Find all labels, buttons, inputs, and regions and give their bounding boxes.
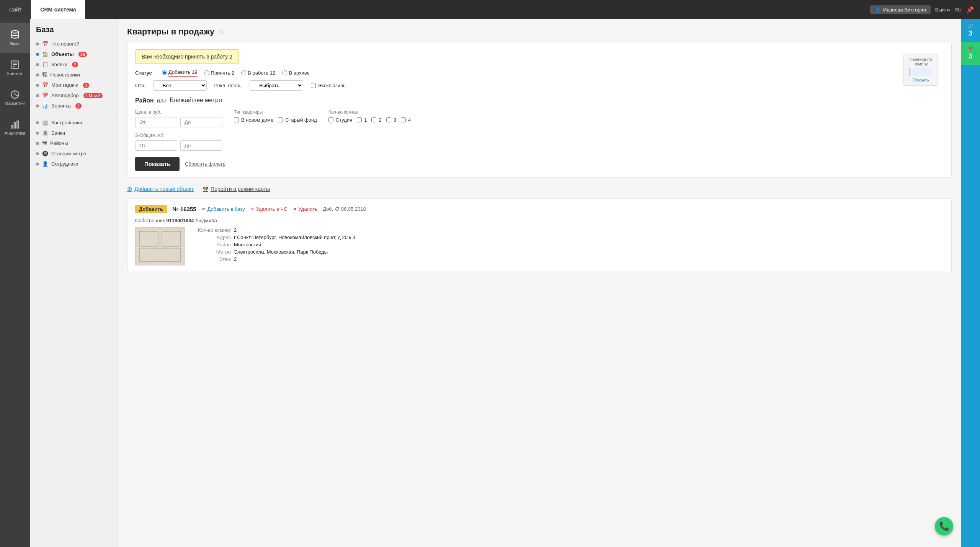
add-new-object-link[interactable]: ⊕ Добавить новый объект [127, 185, 194, 192]
nav-item-sotrudniki[interactable]: 👤 Сотрудники [30, 159, 118, 169]
tab-crm[interactable]: CRM-система [31, 0, 85, 19]
district-tab[interactable]: Район [135, 97, 154, 104]
room-1-check[interactable] [357, 117, 362, 122]
logout-button[interactable]: Выйти [935, 7, 950, 13]
phone-fab-button[interactable]: 📞 [935, 517, 953, 536]
nav-dot [36, 142, 39, 145]
nav-item-avtopodpor[interactable]: 📅 Автоподбор 4 Мои 3 [30, 90, 118, 101]
room-count-checkboxes: Студия 1 2 3 [328, 117, 411, 123]
detail-row-etazh: Этаж 2 [193, 256, 355, 262]
pin-icon[interactable]: 📌 [966, 6, 974, 13]
show-button[interactable]: Показать [135, 157, 180, 171]
sidebar-item-marketing[interactable]: Маркетинг [0, 83, 30, 112]
delete-from-bl-link[interactable]: ✕ Удалить в ЧС [250, 206, 287, 212]
tab-site[interactable]: Сайт [0, 0, 31, 19]
nav-dot [36, 104, 39, 107]
svg-rect-6 [11, 125, 13, 128]
nav-item-obekty[interactable]: 🏠 Объекты 36 [30, 49, 118, 59]
nav-widget-input[interactable] [909, 68, 932, 76]
page-title-row: Квартиры в продажу ☆ [127, 27, 952, 37]
listing-number: № 16355 [172, 206, 196, 212]
status-radio-group: Добавить 19 Принять 2 В работе 12 В архи… [162, 69, 310, 77]
detail-value-address: г Санкт-Петербург, Новоизмайловский пр-к… [234, 234, 355, 240]
right-panel-count1: 3 [969, 29, 972, 37]
price-from-input[interactable] [135, 117, 177, 127]
user-badge: 👤 Иванова Виктория [870, 5, 931, 14]
status-radio-input-prinyat[interactable] [204, 70, 209, 75]
exclusive-label: Эксклюзивы [318, 83, 346, 88]
room-1[interactable]: 1 [357, 117, 367, 123]
nav-icon-voronka: 📊 [42, 103, 48, 109]
rekl-select[interactable]: -- Выбрать [250, 80, 303, 91]
room-studiya-check[interactable] [328, 117, 333, 122]
apt-type-noviy-check[interactable] [234, 117, 239, 122]
map-mode-link[interactable]: 🗺 Перейти в режим карты [203, 186, 270, 192]
room-3-check[interactable] [386, 117, 391, 122]
x-icon: ✕ [250, 206, 255, 212]
nav-widget-open-link[interactable]: Открыть [912, 78, 929, 82]
nav-icon-obekty: 🏠 [42, 51, 48, 57]
room-4-check[interactable] [401, 117, 406, 122]
status-radio-input-dobavit[interactable] [162, 70, 167, 75]
apt-type-label: Тип квартиры [234, 109, 317, 115]
exclusive-checkbox[interactable] [311, 83, 316, 88]
right-panel-btn1[interactable]: 🔗 3 [961, 19, 980, 42]
nav-icon-zayavki: 📋 [42, 62, 48, 67]
area-to-input[interactable] [180, 140, 222, 151]
nav-item-novostroyki[interactable]: 🏗 Новостройки [30, 70, 118, 80]
nav-item-stancii[interactable]: 🚇 Станции метро [30, 148, 118, 159]
favorite-icon[interactable]: ☆ [218, 28, 224, 36]
price-to-input[interactable] [180, 117, 222, 127]
owner-phone: 9119001634 [166, 218, 194, 223]
add-to-base-link[interactable]: ✏ Добавить в базу [202, 206, 245, 212]
room-2[interactable]: 2 [371, 117, 381, 123]
otvet-select[interactable]: -- Все [153, 80, 207, 91]
sidebar-item-kontent[interactable]: Контент [0, 53, 30, 83]
nav-icon-sotrudniki: 👤 [42, 161, 48, 167]
metro-tab[interactable]: Ближайшее метро [170, 97, 222, 104]
room-studiya[interactable]: Студия [328, 117, 352, 123]
sidebar-item-baza[interactable]: База [0, 23, 30, 53]
area-from-input[interactable] [135, 140, 177, 151]
nav-badge-voronka: 3 [75, 103, 82, 109]
detail-row-rooms: Кол-во комнат 2 [193, 227, 355, 233]
right-panel-btn2[interactable]: 🚩 3 [961, 42, 980, 65]
reset-filter-link[interactable]: Сбросить фильтр [185, 161, 225, 167]
nav-icon-stancii: 🚇 [42, 151, 48, 156]
status-radio-input-vrabote[interactable] [241, 70, 246, 75]
price-inputs [135, 117, 222, 127]
listing-body: Кол-во комнат 2 Адрес г Санкт-Петербург,… [135, 227, 944, 265]
lang-selector[interactable]: RU [954, 7, 962, 13]
nav-item-zastroyshiki[interactable]: 🏢 Застройщики [30, 117, 118, 128]
nav-item-chtonovogo[interactable]: 📅 Что нового? [30, 39, 118, 49]
apt-type-noviy[interactable]: В новом доме [234, 117, 273, 123]
listing-badge: Добавить [135, 205, 167, 213]
status-radio-dobavit[interactable]: Добавить 19 [162, 69, 198, 77]
status-radio-prinyat[interactable]: Принять 2 [204, 70, 235, 76]
nav-item-zayavki[interactable]: 📋 Заявки 2 [30, 59, 118, 70]
sidebar-item-analitika[interactable]: Аналитика [0, 112, 30, 142]
apt-type-noviy-label: В новом доме [241, 117, 273, 123]
status-radio-vrabote[interactable]: В работе 12 [241, 70, 275, 76]
plus-icon: ⊕ [127, 185, 132, 192]
exclusive-checkbox-label[interactable]: Эксклюзивы [311, 83, 346, 88]
room-2-check[interactable] [371, 117, 376, 122]
nav-item-banki[interactable]: 🏦 Банки [30, 128, 118, 138]
nav-item-voronka[interactable]: 📊 Воронка 3 [30, 101, 118, 111]
apt-type-staryy-check[interactable] [278, 117, 283, 122]
status-radio-label-prinyat: Принять 2 [211, 70, 235, 76]
nav-item-moizadachi[interactable]: 📅 Мои задачи 3 [30, 80, 118, 90]
status-radio-input-varhive[interactable] [282, 70, 287, 75]
status-radio-varhive[interactable]: В архиве [282, 70, 309, 76]
room-4[interactable]: 4 [401, 117, 411, 123]
nav-item-rayony[interactable]: 🗺 Районы [30, 138, 118, 148]
nav-icon-novostroyki: 🏗 [42, 72, 47, 78]
filter-fields: Цена, в руб. Тип квартиры В новом доме [135, 109, 944, 127]
apt-type-staryy[interactable]: Старый фонд [278, 117, 317, 123]
delete-from-bl-label: Удалить в ЧС [256, 206, 287, 212]
nav-label-chtonovogo: Что нового? [51, 41, 79, 47]
delete-link[interactable]: ✕ Удалить [293, 206, 318, 212]
room-3[interactable]: 3 [386, 117, 396, 123]
nav-label-moizadachi: Мои задачи [51, 82, 78, 88]
detail-value-metro: Электросила, Московская, Парк Победы [234, 249, 328, 255]
